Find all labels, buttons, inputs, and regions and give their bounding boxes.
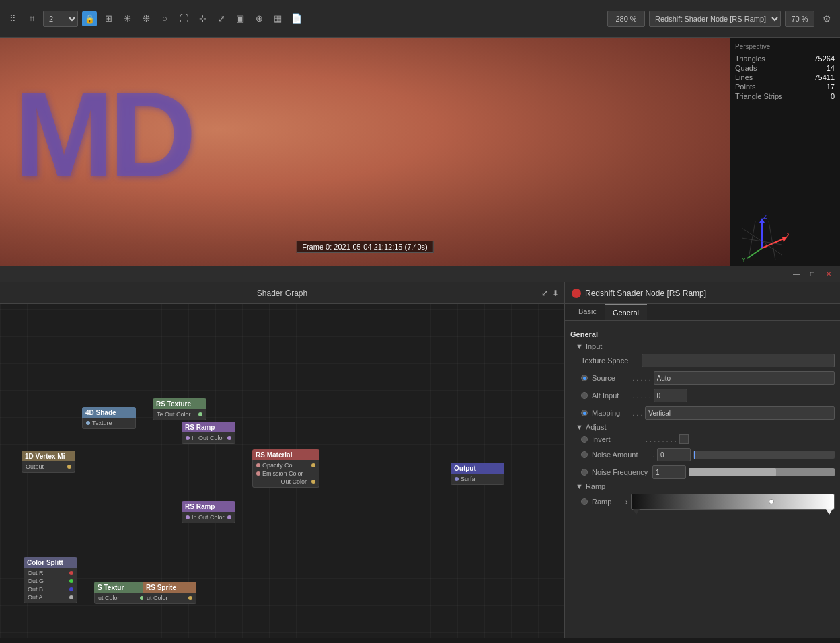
invert-checkbox[interactable]	[679, 434, 689, 444]
expand-icon[interactable]: ⛶	[176, 11, 191, 26]
toolbar-icon-menu[interactable]: ⠿	[5, 11, 20, 26]
scaling-select[interactable]: Redshift Shader Node [RS Ramp] Auto Scal…	[649, 11, 781, 27]
image-icon[interactable]: ▣	[233, 11, 247, 26]
node-color-split[interactable]: Color Splitt Out R Out G Out B Out A	[24, 557, 77, 603]
node-connections	[0, 304, 202, 405]
dots-icon[interactable]: ✳	[120, 11, 135, 26]
window-title-bar: — □ ✕	[0, 266, 840, 282]
grid-icon[interactable]: ⊞	[101, 11, 116, 26]
svg-line-11	[769, 221, 775, 260]
settings-icon[interactable]: ⚙	[818, 11, 835, 27]
tab-general[interactable]: General	[605, 304, 647, 320]
stat-points: Points 17	[735, 83, 835, 91]
prop-texture-space: Texture Space	[570, 352, 835, 369]
node-s-texture[interactable]: S Textur ut Color	[94, 582, 148, 604]
noise-freq-input[interactable]	[652, 465, 686, 479]
tab-bar: Basic General	[565, 304, 840, 321]
screen-icon[interactable]: ▦	[270, 11, 285, 26]
alt-input-radio[interactable]	[581, 392, 588, 399]
right-panel: Redshift Shader Node [RS Ramp] Basic Gen…	[564, 282, 840, 638]
node-4d-shader[interactable]: 4D Shade Texture	[82, 407, 136, 429]
file-icon[interactable]: 📄	[289, 11, 304, 26]
quality-input[interactable]	[785, 11, 814, 27]
stats-panel: Perspective Triangles 75264 Quads 14 Lin…	[730, 38, 840, 266]
noise-freq-radio[interactable]	[581, 469, 588, 476]
plus-icon[interactable]: ⊕	[252, 11, 266, 26]
node-rs-sprite[interactable]: RS Sprite ut Color	[143, 582, 196, 604]
node-rs-material[interactable]: RS Material Opacity Co Emission Color Ou…	[252, 449, 319, 488]
svg-line-3	[762, 238, 786, 248]
bottom-section: Shader Graph ⤢ ⬇ 4D Shade	[0, 282, 840, 638]
frame-info: Frame 0: 2021-05-04 21:12:15 (7.40s)	[296, 241, 434, 253]
prop-ramp: Ramp ›	[570, 492, 835, 512]
panel-content: General ▼ Input Texture Space Source . .…	[565, 321, 840, 638]
sparkle1-icon[interactable]: ❊	[139, 11, 153, 26]
resize-icon[interactable]: ⤢	[214, 11, 229, 26]
node-rs-texture[interactable]: RS Texture Te Out Color	[153, 398, 206, 420]
svg-text:X: X	[786, 231, 789, 238]
noise-amount-input[interactable]	[657, 448, 691, 461]
alt-input-value[interactable]	[654, 389, 687, 402]
stat-quads: Quads 14	[735, 64, 835, 72]
shader-graph-title: Shader Graph ⤢ ⬇	[0, 282, 564, 304]
zoom-input[interactable]	[607, 11, 645, 27]
render-background: MD Frame 0: 2021-05-04 21:12:15 (7.40s)	[0, 38, 730, 266]
prop-source: Source . . . . . Auto Manual	[570, 369, 835, 387]
prop-noise-amount: Noise Amount .	[570, 446, 835, 463]
mapping-select[interactable]: Vertical Horizontal Radial	[645, 406, 835, 420]
node-rs-ramp-2[interactable]: RS Ramp In Out Color	[182, 501, 235, 523]
mapping-radio[interactable]	[581, 410, 588, 416]
minimize-button[interactable]: —	[790, 268, 802, 280]
prop-alt-input: Alt Input . . . . .	[570, 387, 835, 404]
maximize-button[interactable]: □	[806, 268, 818, 280]
frame-select[interactable]: 2	[43, 11, 78, 27]
shader-graph[interactable]: Shader Graph ⤢ ⬇ 4D Shade	[0, 282, 564, 638]
source-radio[interactable]	[581, 375, 588, 381]
close-button[interactable]: ✕	[823, 268, 835, 280]
axis-widget: Z X Y	[735, 208, 789, 262]
panel-title: Redshift Shader Node [RS Ramp]	[565, 282, 840, 304]
prop-invert: Invert . . . . . . . .	[570, 432, 835, 446]
circle-icon[interactable]: ○	[157, 11, 172, 26]
graph-icon-1[interactable]: ⤢	[541, 289, 548, 298]
node-1d-vertex[interactable]: 1D Vertex Mi Output	[22, 451, 75, 473]
subsection-ramp[interactable]: ▼ Ramp	[570, 481, 835, 492]
move-icon[interactable]: ⊹	[195, 11, 210, 26]
prop-mapping: Mapping . . . Vertical Horizontal Radial	[570, 404, 835, 422]
subsection-input[interactable]: ▼ Input	[570, 341, 835, 352]
viewport-canvas: MD Frame 0: 2021-05-04 21:12:15 (7.40s)	[0, 38, 730, 266]
tab-basic[interactable]: Basic	[570, 304, 605, 320]
section-general: General	[570, 330, 835, 338]
ramp-radio[interactable]	[581, 498, 588, 505]
noise-amount-radio[interactable]	[581, 451, 588, 458]
top-toolbar: ⠿ ⌗ 2 🔒 ⊞ ✳ ❊ ○ ⛶ ⊹ ⤢ ▣ ⊕ ▦ 📄 Redshift S…	[0, 0, 840, 38]
svg-text:Y: Y	[742, 256, 746, 262]
stat-lines: Lines 75411	[735, 73, 835, 81]
prop-noise-frequency: Noise Frequency	[570, 463, 835, 481]
node-output[interactable]: Output Surfa	[451, 463, 504, 485]
rs-icon	[572, 289, 581, 298]
perspective-label: Perspective	[735, 43, 835, 50]
viewport-area: MD Frame 0: 2021-05-04 21:12:15 (7.40s) …	[0, 38, 840, 266]
invert-radio[interactable]	[581, 436, 588, 443]
graph-icon-2[interactable]: ⬇	[552, 289, 559, 298]
svg-text:Z: Z	[763, 213, 767, 220]
subsection-adjust[interactable]: ▼ Adjust	[570, 422, 835, 432]
source-select[interactable]: Auto Manual	[654, 371, 835, 385]
node-rs-ramp-1[interactable]: RS Ramp In Out Color	[182, 422, 235, 444]
lock-icon[interactable]: 🔒	[82, 11, 97, 26]
stat-triangles: Triangles 75264	[735, 54, 835, 63]
stat-triangle-strips: Triangle Strips 0	[735, 92, 835, 100]
toolbar-icon-crop[interactable]: ⌗	[24, 11, 39, 26]
md-text-display: MD	[13, 65, 191, 204]
